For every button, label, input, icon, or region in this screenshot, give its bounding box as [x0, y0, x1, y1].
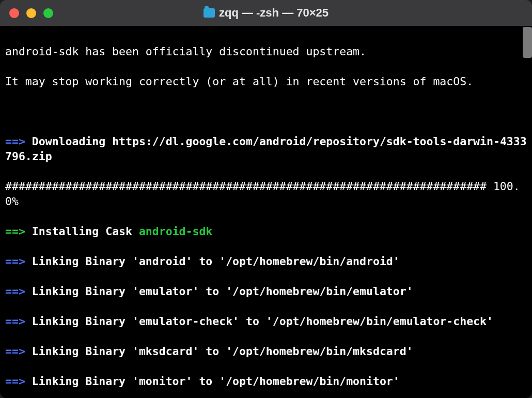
install-label: Installing Cask	[32, 225, 139, 238]
arrow-icon: ==>	[5, 315, 25, 328]
arrow-icon: ==>	[5, 255, 25, 268]
link-text: Linking Binary 'android' to '/opt/homebr…	[32, 255, 400, 268]
link-line: ==> Linking Binary 'mksdcard' to '/opt/h…	[5, 344, 529, 359]
zoom-icon[interactable]	[43, 8, 53, 18]
progress-bar: ########################################…	[5, 179, 529, 209]
link-text: Linking Binary 'emulator' to '/opt/homeb…	[32, 285, 413, 298]
download-line: Downloading https://dl.google.com/androi…	[5, 135, 527, 163]
link-text: Linking Binary 'monitor' to '/opt/homebr…	[32, 375, 400, 388]
terminal-content[interactable]: android-sdk has been officially disconti…	[0, 26, 532, 398]
arrow-icon: ==>	[5, 285, 25, 298]
link-line: ==> Linking Binary 'emulator-check' to '…	[5, 314, 529, 329]
arrow-icon: ==>	[5, 375, 25, 388]
minimize-icon[interactable]	[26, 8, 36, 18]
arrow-icon: ==>	[5, 225, 25, 238]
deprecation-line-1: android-sdk has been officially disconti…	[5, 44, 529, 59]
link-line: ==> Linking Binary 'monitor' to '/opt/ho…	[5, 374, 529, 389]
close-icon[interactable]	[9, 8, 19, 18]
scrollbar-thumb[interactable]	[523, 27, 532, 58]
folder-icon	[204, 8, 215, 18]
arrow-icon: ==>	[5, 135, 25, 148]
link-text: Linking Binary 'mksdcard' to '/opt/homeb…	[32, 345, 413, 358]
window-title: zqq — -zsh — 70×25	[219, 6, 328, 20]
terminal-window: zqq — -zsh — 70×25 android-sdk has been …	[0, 0, 532, 398]
link-line: ==> Linking Binary 'emulator' to '/opt/h…	[5, 284, 529, 299]
link-line: ==> Linking Binary 'android' to '/opt/ho…	[5, 254, 529, 269]
titlebar[interactable]: zqq — -zsh — 70×25	[0, 0, 532, 26]
arrow-icon: ==>	[5, 345, 25, 358]
traffic-lights	[9, 8, 53, 18]
install-pkg: android-sdk	[139, 225, 212, 238]
link-text: Linking Binary 'emulator-check' to '/opt…	[32, 315, 493, 328]
deprecation-line-2: It may stop working correctly (or at all…	[5, 74, 529, 89]
